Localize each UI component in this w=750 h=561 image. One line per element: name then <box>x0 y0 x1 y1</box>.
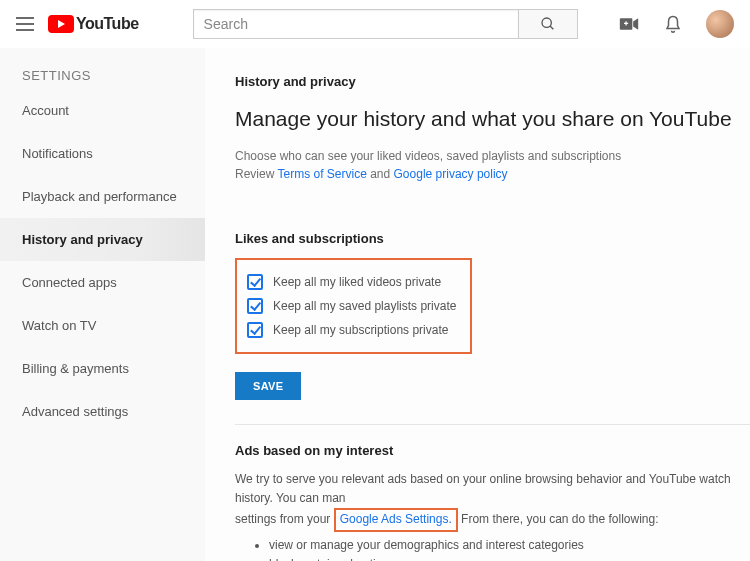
svg-marker-3 <box>633 18 638 30</box>
terms-of-service-link[interactable]: Terms of Service <box>277 167 366 181</box>
content: History and privacy Manage your history … <box>205 48 750 561</box>
page-subtitle: Choose who can see your liked videos, sa… <box>235 147 750 183</box>
sidebar-item-label: Connected apps <box>22 275 117 290</box>
svg-point-0 <box>542 18 551 27</box>
sidebar-item-watch-on-tv[interactable]: Watch on TV <box>0 304 205 347</box>
subtitle-review: Review <box>235 167 277 181</box>
ads-section: Ads based on my interest We try to serve… <box>235 443 750 561</box>
sidebar-title: SETTINGS <box>0 62 205 89</box>
sidebar-item-label: Playback and performance <box>22 189 177 204</box>
ads-bullet: block certain advertisers <box>269 555 750 561</box>
sidebar-item-notifications[interactable]: Notifications <box>0 132 205 175</box>
sidebar-item-connected-apps[interactable]: Connected apps <box>0 261 205 304</box>
svg-line-1 <box>550 26 553 29</box>
menu-icon[interactable] <box>16 17 34 31</box>
ads-description: We try to serve you relevant ads based o… <box>235 470 750 532</box>
search-icon <box>540 16 556 32</box>
checkbox-row: Keep all my liked videos private <box>247 270 456 294</box>
checkbox-row: Keep all my saved playlists private <box>247 294 456 318</box>
subtitle-line1: Choose who can see your liked videos, sa… <box>235 149 621 163</box>
topbar-actions <box>618 10 734 38</box>
topbar: YouTube <box>0 0 750 48</box>
ads-bullet: view or manage your demographics and int… <box>269 536 750 555</box>
subtitle-and: and <box>367 167 394 181</box>
search-form <box>193 9 578 39</box>
liked-videos-private-checkbox[interactable] <box>247 274 263 290</box>
sidebar-item-account[interactable]: Account <box>0 89 205 132</box>
avatar[interactable] <box>706 10 734 38</box>
logo-text: YouTube <box>76 15 139 33</box>
ads-line2a: settings from your <box>235 512 334 526</box>
play-icon <box>48 15 74 33</box>
checkbox-row: Keep all my subscriptions private <box>247 318 456 342</box>
svg-rect-5 <box>625 21 626 25</box>
privacy-checkbox-group: Keep all my liked videos private Keep al… <box>235 258 472 354</box>
sidebar-item-label: Account <box>22 103 69 118</box>
sidebar: SETTINGS Account Notifications Playback … <box>0 48 205 561</box>
sidebar-item-advanced[interactable]: Advanced settings <box>0 390 205 433</box>
sidebar-item-label: Notifications <box>22 146 93 161</box>
divider <box>235 424 750 425</box>
privacy-policy-link[interactable]: Google privacy policy <box>394 167 508 181</box>
ads-line1: We try to serve you relevant ads based o… <box>235 472 731 505</box>
sidebar-item-history-privacy[interactable]: History and privacy <box>0 218 205 261</box>
checkbox-label: Keep all my saved playlists private <box>273 299 456 313</box>
sidebar-item-label: Advanced settings <box>22 404 128 419</box>
sidebar-item-playback[interactable]: Playback and performance <box>0 175 205 218</box>
youtube-logo[interactable]: YouTube <box>48 15 139 33</box>
notifications-icon[interactable] <box>662 13 684 35</box>
section-label: History and privacy <box>235 74 750 89</box>
sidebar-item-billing[interactable]: Billing & payments <box>0 347 205 390</box>
sidebar-item-label: History and privacy <box>22 232 143 247</box>
ads-line2b: From there, you can do the following: <box>458 512 659 526</box>
main: SETTINGS Account Notifications Playback … <box>0 48 750 561</box>
search-input[interactable] <box>193 9 518 39</box>
checkbox-label: Keep all my liked videos private <box>273 275 441 289</box>
search-button[interactable] <box>518 9 578 39</box>
subscriptions-private-checkbox[interactable] <box>247 322 263 338</box>
ads-bullets: view or manage your demographics and int… <box>269 536 750 561</box>
saved-playlists-private-checkbox[interactable] <box>247 298 263 314</box>
likes-label: Likes and subscriptions <box>235 231 750 246</box>
ads-label: Ads based on my interest <box>235 443 750 458</box>
save-button[interactable]: SAVE <box>235 372 301 400</box>
create-video-icon[interactable] <box>618 13 640 35</box>
checkbox-label: Keep all my subscriptions private <box>273 323 448 337</box>
google-ads-settings-link[interactable]: Google Ads Settings. <box>340 512 452 526</box>
sidebar-item-label: Watch on TV <box>22 318 96 333</box>
sidebar-item-label: Billing & payments <box>22 361 129 376</box>
page-title: Manage your history and what you share o… <box>235 107 750 131</box>
likes-subscriptions-section: Likes and subscriptions Keep all my like… <box>235 231 750 400</box>
